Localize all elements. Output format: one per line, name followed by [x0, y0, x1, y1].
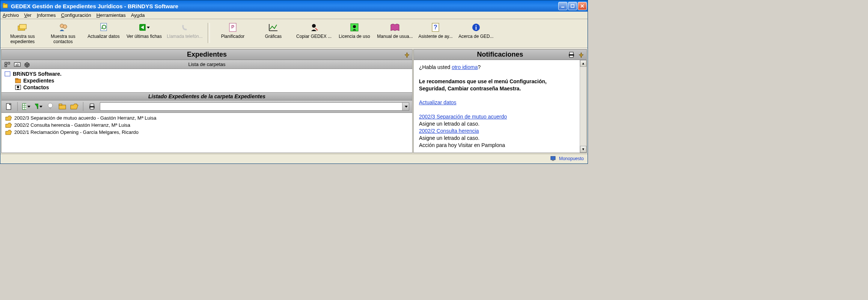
maximize-button[interactable] — [568, 2, 577, 10]
assign-note-2: Asigne un letrado al caso. — [419, 135, 574, 142]
svg-point-28 — [17, 86, 19, 88]
book-icon — [389, 22, 401, 33]
toolbar-licencia[interactable]: Licencia de uso — [335, 21, 374, 45]
svg-rect-44 — [570, 56, 573, 57]
case-folder-icon — [5, 130, 12, 135]
menu-ayuda[interactable]: Ayuda — [131, 12, 145, 18]
close-button[interactable]: ✕ — [578, 2, 587, 10]
notificaciones-panel: Notificaciones ¿Habla usted otro idioma?… — [413, 49, 587, 153]
toolbar: Muestra sus expedientes Muestra sus cont… — [0, 19, 588, 48]
menubar: Archivo Ver Informes Configuración Herra… — [0, 12, 588, 19]
tree-expedientes[interactable]: Expedientes — [5, 77, 409, 84]
svg-rect-45 — [551, 156, 555, 160]
toolbar-ver-ultimas-fichas[interactable]: Ver últimas fichas — [124, 21, 164, 45]
notificaciones-content: ¿Habla usted otro idioma? Le recomendamo… — [414, 60, 580, 153]
print-notif-icon[interactable] — [568, 51, 575, 58]
toolbar-muestra-contactos[interactable]: Muestra sus contactos — [43, 21, 83, 45]
pin-notif-icon[interactable] — [577, 51, 585, 58]
expedientes-header: Expedientes — [2, 50, 412, 60]
filter-icon[interactable] — [34, 102, 42, 111]
folder-list-subheader: ab Lista de carpetas — [2, 60, 412, 69]
toolbar-graficas[interactable]: Gráficas — [253, 21, 293, 45]
folder-stack-icon — [17, 22, 28, 33]
info-icon: i — [470, 22, 482, 33]
case-link-1[interactable]: 2002/3 Separación de mutuo acuerdo — [419, 114, 507, 120]
list-item[interactable]: 2002/1 Reclamación Opening - García Melg… — [5, 129, 408, 136]
chart-icon — [268, 22, 279, 33]
svg-point-7 — [63, 25, 67, 28]
svg-rect-40 — [90, 104, 94, 106]
search-combo[interactable] — [100, 102, 409, 111]
case-link-2[interactable]: 2002/2 Consulta herencia — [419, 128, 479, 134]
svg-rect-36 — [50, 108, 51, 109]
toolbar-planificador[interactable]: P Planificador — [213, 21, 253, 45]
language-question: ¿Habla usted otro idioma? — [419, 64, 574, 71]
svg-rect-38 — [59, 104, 62, 105]
svg-text:?: ? — [434, 24, 437, 30]
status-mode: Monopuesto — [559, 156, 584, 161]
expedientes-panel: Expedientes ab Lista de carpetas BRiNDYS… — [1, 49, 413, 153]
new-doc-icon[interactable] — [5, 102, 13, 111]
tree-contactos[interactable]: Contactos — [5, 84, 409, 91]
listing-title-bar: Listado Expedientes de la carpeta Expedi… — [2, 92, 412, 100]
toolbar-actualizar-datos[interactable]: Actualizar datos — [84, 21, 124, 45]
case-folder-icon — [5, 123, 12, 128]
menu-ver[interactable]: Ver — [24, 12, 32, 18]
folder-icon — [15, 78, 21, 84]
list-item[interactable]: 2002/2 Consulta herencia - Gastón Herran… — [5, 122, 408, 129]
menu-archivo[interactable]: Archivo — [3, 12, 19, 18]
search-dropdown-button[interactable] — [402, 103, 409, 110]
svg-rect-24 — [5, 72, 10, 76]
pin-icon[interactable] — [403, 51, 411, 58]
minimize-button[interactable] — [558, 2, 567, 10]
folder-closed-icon[interactable] — [58, 102, 66, 111]
svg-point-35 — [48, 103, 53, 108]
app-window: GEDEX Gestión de Expedientes Jurídicos -… — [0, 0, 588, 164]
back-arrow-icon — [139, 22, 150, 33]
toolbar-asistente[interactable]: ? Asistente de ay... — [416, 21, 455, 45]
bulb-icon[interactable] — [46, 102, 54, 111]
toolbar-manual[interactable]: Manual de usua... — [375, 21, 415, 45]
titlebar: GEDEX Gestión de Expedientes Jurídicos -… — [0, 0, 588, 12]
svg-rect-26 — [15, 78, 18, 80]
assign-note-1: Asigne un letrado al caso. — [419, 120, 574, 128]
toolbar-muestra-expedientes[interactable]: Muestra sus expedientes — [3, 21, 42, 45]
menu-informes[interactable]: Informes — [37, 12, 56, 18]
menu-herramientas[interactable]: Herramientas — [96, 12, 126, 18]
notif-scrollbar[interactable]: ▲ ▼ — [580, 60, 586, 153]
svg-rect-46 — [552, 160, 554, 161]
app-icon — [2, 3, 9, 9]
folder-tree: BRiNDYS Software. Expedientes Contactos — [2, 69, 412, 92]
list-item[interactable]: 2002/3 Separación de mutuo acuerdo - Gas… — [5, 114, 408, 122]
help-wizard-icon: ? — [430, 22, 441, 33]
copy-person-icon — [308, 22, 319, 33]
svg-rect-43 — [570, 52, 573, 54]
folder-open-icon[interactable] — [70, 102, 78, 111]
svg-point-12 — [312, 24, 316, 28]
svg-rect-30 — [23, 104, 26, 110]
actualizar-datos-link[interactable]: Actualizar datos — [419, 99, 457, 105]
contacts-folder-icon — [15, 84, 21, 90]
svg-rect-3 — [571, 4, 574, 8]
security-recommendation: Le recomendamos que use el menú Configur… — [419, 78, 574, 92]
statusbar: Monopuesto — [0, 154, 588, 164]
scroll-up-button[interactable]: ▲ — [580, 60, 586, 67]
expedientes-listing: 2002/3 Separación de mutuo acuerdo - Gas… — [2, 113, 412, 137]
tree-root[interactable]: BRiNDYS Software. — [5, 70, 409, 77]
license-icon — [349, 22, 360, 33]
listing-toolbar — [2, 100, 412, 113]
print-icon[interactable] — [88, 102, 96, 111]
root-folder-icon — [5, 71, 11, 77]
toolbar-copiar-gedex[interactable]: Copiar GEDEX ... — [294, 21, 334, 45]
otro-idioma-link[interactable]: otro idioma — [452, 64, 478, 70]
toolbar-llamada-telefonica: Llamada telefón... — [165, 21, 205, 45]
scroll-down-button[interactable]: ▼ — [580, 146, 586, 153]
window-title: GEDEX Gestión de Expedientes Jurídicos -… — [11, 3, 558, 9]
search-input[interactable] — [100, 104, 402, 110]
svg-rect-1 — [3, 3, 5, 4]
toolbar-acerca[interactable]: i Acerca de GED... — [456, 21, 496, 45]
view-grid-icon[interactable] — [22, 102, 30, 111]
phone-icon — [179, 22, 190, 33]
menu-configuracion[interactable]: Configuración — [61, 12, 91, 18]
notificaciones-header: Notificaciones — [414, 50, 586, 60]
